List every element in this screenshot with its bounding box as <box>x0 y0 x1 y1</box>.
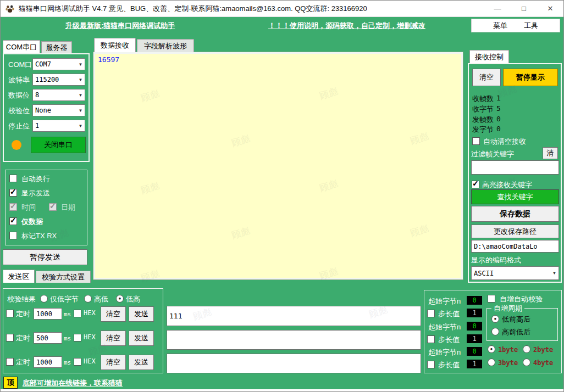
scroll-top-button[interactable]: 顶 <box>3 377 18 389</box>
start-byte1-label: 起始字节n <box>428 296 461 306</box>
clear3-button[interactable]: 清空 <box>101 355 126 370</box>
titlebar: 猫猫串口网络调试助手 V4.7 意见、BUG、改善、定制-联系阿猫:amaoma… <box>1 1 563 17</box>
timer1-checkbox[interactable] <box>6 310 14 317</box>
start-byte1-value[interactable]: 0 <box>467 296 482 305</box>
clear-receive-button[interactable]: 清空 <box>472 69 501 86</box>
tab-receive-control[interactable]: 接收控制 <box>469 50 509 63</box>
hex2-checkbox[interactable] <box>74 334 81 341</box>
byte4-label: 4byte <box>533 359 553 367</box>
start-byte3-value[interactable]: 0 <box>467 347 482 356</box>
auto-clear-checkbox[interactable] <box>472 137 480 145</box>
tab-field-waveform[interactable]: 字段解析波形 <box>137 39 194 52</box>
stat-value: 0 <box>496 125 501 135</box>
start-byte2-value[interactable]: 0 <box>467 322 482 331</box>
upgrade-link[interactable]: 升级最新版:猫猫串口网络调试助手 <box>65 21 175 31</box>
tab-checksum-settings[interactable]: 校验方式设置 <box>36 271 91 283</box>
save-data-button[interactable]: 保存数据 <box>471 206 559 222</box>
start-byte3-label: 起始字节n <box>428 348 461 357</box>
send3-button[interactable]: 发送 <box>129 355 154 370</box>
auto-increment-check-checkbox[interactable] <box>488 295 495 303</box>
checksum-low-high-radio[interactable]: ● <box>116 295 124 303</box>
step2-label: 步长值 <box>438 335 460 345</box>
send1-button[interactable]: 发送 <box>129 306 154 322</box>
send-message2-input[interactable] <box>167 330 421 350</box>
high-first-radio[interactable] <box>491 328 499 335</box>
high-first-label: 高前低后 <box>502 327 530 337</box>
step2-value[interactable]: 1 <box>467 334 482 343</box>
tab-server[interactable]: 服务器 <box>41 41 72 53</box>
parity-select[interactable]: None ▼ <box>32 104 85 116</box>
timer2-interval-input[interactable] <box>34 332 62 344</box>
clear2-button[interactable]: 清空 <box>101 331 126 346</box>
hex3-checkbox[interactable] <box>74 358 81 366</box>
step3-checkbox[interactable] <box>427 361 435 368</box>
step3-value[interactable]: 1 <box>467 360 482 368</box>
mark-txrx-checkbox[interactable] <box>9 232 17 239</box>
minimize-button[interactable]: — <box>484 1 511 16</box>
chevron-down-icon: ▼ <box>76 77 85 82</box>
timer3-interval-input[interactable] <box>34 356 62 368</box>
baud-rate-value: 115200 <box>35 76 59 83</box>
tab-data-receive[interactable]: 数据接收 <box>94 38 136 52</box>
stat-value: 5 <box>496 104 501 114</box>
tab-send-area[interactable]: 发送区 <box>3 270 35 283</box>
receive-data-area[interactable]: 16597 <box>93 52 463 279</box>
timer2-checkbox[interactable] <box>6 334 14 341</box>
filter-keyword-input[interactable] <box>471 160 559 175</box>
checksum-high-low-radio[interactable] <box>84 295 92 303</box>
timer3-checkbox[interactable] <box>6 358 14 366</box>
encoding-select[interactable]: ASCII ▼ <box>471 266 559 280</box>
step1-checkbox[interactable] <box>427 310 435 317</box>
step2-checkbox[interactable] <box>427 335 435 343</box>
filter-clear-button[interactable]: 清 <box>543 147 558 159</box>
radio-dot: ● <box>119 296 121 301</box>
low-first-radio[interactable]: ● <box>491 315 499 323</box>
step1-value[interactable]: 1 <box>467 309 482 317</box>
app-window: 猫猫串口网络调试助手 V4.7 意见、BUG、改善、定制-联系阿猫:amaoma… <box>0 0 564 392</box>
start-byte2-label: 起始字节n <box>428 322 461 332</box>
help-link[interactable]: ！！！使用说明，源码获取，自己定制，增删减改 <box>268 21 425 31</box>
maximize-button[interactable]: □ <box>511 1 537 16</box>
find-keyword-button[interactable]: 查找关键字 <box>471 189 559 204</box>
footer-contact-link[interactable]: 底部可增加在线链接，联系猫猫 <box>23 378 123 388</box>
menu-item-tools[interactable]: 工具 <box>524 21 538 31</box>
tab-com-serial[interactable]: COM串口 <box>3 40 40 53</box>
byte3-radio[interactable] <box>488 359 495 366</box>
data-only-checkbox[interactable]: ✓ <box>9 217 17 225</box>
app-icon-paw <box>5 4 15 14</box>
data-bits-label: 数据位 <box>8 91 30 100</box>
byte4-radio[interactable] <box>523 359 530 366</box>
stop-bits-select[interactable]: 1 ▼ <box>32 120 85 132</box>
date-checkbox[interactable]: ✓ <box>49 203 57 211</box>
send2-button[interactable]: 发送 <box>129 331 154 346</box>
auto-clear-label: 自动清空接收 <box>483 137 526 147</box>
byte1-radio[interactable]: ● <box>488 345 495 353</box>
increment-cycle-title: 自增周期 <box>491 304 524 313</box>
save-path-field[interactable] <box>471 240 559 253</box>
com-port-select[interactable]: COM7 ▼ <box>32 58 85 70</box>
close-button[interactable]: ✕ <box>537 1 563 16</box>
parity-value: None <box>35 107 51 114</box>
clear1-button[interactable]: 清空 <box>101 306 126 322</box>
auto-newline-checkbox[interactable] <box>9 175 17 182</box>
byte2-radio[interactable] <box>523 345 530 353</box>
change-save-path-button[interactable]: 更改保存路径 <box>471 225 559 238</box>
baud-rate-select[interactable]: 115200 ▼ <box>32 74 85 86</box>
chevron-down-icon: ▼ <box>76 124 85 128</box>
close-port-button[interactable]: 关闭串口 <box>31 137 86 153</box>
step3-label: 步长值 <box>438 360 460 370</box>
time-checkbox[interactable]: ✓ <box>9 203 17 211</box>
show-send-checkbox[interactable]: ✓ <box>9 189 17 197</box>
checksum-low-byte-radio[interactable] <box>40 295 48 303</box>
checkmark: ✓ <box>10 187 16 196</box>
timer3-label: 定时 <box>16 357 30 367</box>
timer1-interval-input[interactable] <box>34 308 62 320</box>
menu-item-menu[interactable]: 菜单 <box>493 21 507 31</box>
hex1-checkbox[interactable] <box>74 310 81 317</box>
send-message1-input[interactable] <box>167 306 421 326</box>
highlight-keyword-checkbox[interactable]: ✓ <box>472 181 479 188</box>
data-bits-select[interactable]: 8 ▼ <box>32 89 85 101</box>
pause-display-button[interactable]: 暂停显示 <box>503 69 558 86</box>
send-message3-input[interactable] <box>167 354 421 373</box>
pause-send-button[interactable]: 暂停发送 <box>3 249 87 265</box>
